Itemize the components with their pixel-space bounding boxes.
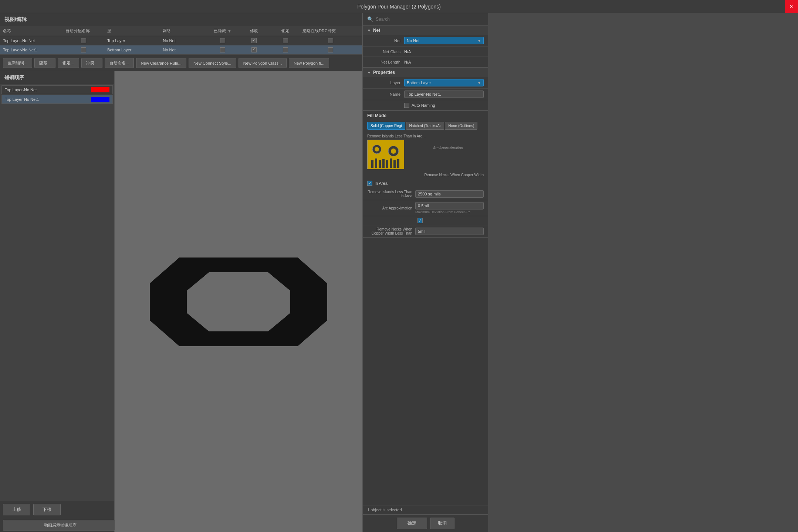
clearance-button[interactable]: New Clearance Rule... [136, 58, 186, 68]
arc-approx-group: 0.5mil Maximum Deviation From Perfect Ar… [415, 202, 484, 214]
conflict-button[interactable]: 冲突... [81, 58, 102, 68]
remove-islands-label: Remove Islands Less Than in Area [367, 190, 415, 198]
name-label: Name [367, 92, 404, 96]
row1-hidden-cb[interactable] [220, 38, 225, 43]
row1-lock[interactable] [271, 37, 300, 44]
repour-button[interactable]: 重新铺铜... [3, 58, 32, 68]
dropdown-arrow-icon: ▼ [477, 39, 481, 43]
fill-tab-solid[interactable]: Solid (Copper Regi [367, 122, 405, 130]
autoname-button[interactable]: 自动命名... [105, 58, 134, 68]
arc-approx-input[interactable]: 0.5mil [415, 202, 484, 209]
collapse-icon: ▼ [367, 71, 371, 75]
remove-necks-label: Remove Necks When Copper Width Less Than [367, 227, 415, 235]
arc-hint: Maximum Deviation From Perfect Arc [415, 209, 484, 214]
connect-button[interactable]: New Connect Style... [189, 58, 236, 68]
lock-button[interactable]: 锁定... [58, 58, 79, 68]
checkbox2[interactable]: ✓ [417, 218, 423, 223]
row2-lock-cb[interactable] [283, 47, 288, 52]
table-row[interactable]: Top Layer-No Net1 Bottom Layer No Net [0, 45, 362, 55]
row1-name: Top Layer-No Net [0, 38, 62, 44]
row2-lock[interactable] [271, 47, 300, 53]
row1-ignore[interactable] [300, 37, 362, 44]
row2-ignore[interactable] [300, 47, 362, 53]
hide-button[interactable]: 隐藏... [34, 58, 55, 68]
checkbox2-row: ✓ [363, 216, 488, 225]
col-header-ignore: 忽略在线DRC冲突 [300, 27, 362, 34]
col-header-hidden: 已隐藏 ▼ [209, 27, 237, 34]
row2-auto-cb[interactable] [81, 47, 86, 52]
arc-label: Arc Approximation [429, 145, 467, 150]
svg-point-7 [391, 149, 396, 154]
row2-hidden-cb[interactable] [220, 47, 225, 52]
svg-rect-12 [386, 160, 388, 168]
canvas-area [115, 71, 362, 532]
row1-lock-cb[interactable] [283, 38, 288, 43]
layer-dropdown[interactable]: Bottom Layer ▼ [404, 79, 484, 86]
net-class-value: N/A [404, 50, 484, 54]
auto-naming-checkbox[interactable] [404, 103, 409, 108]
left-content: 铺铜顺序 Top Layer-No Net Top Layer-No Net1 … [0, 71, 362, 532]
remove-islands-row: Remove Islands Less Than in Area 2500 sq… [363, 188, 488, 200]
search-bar: 🔍 [363, 13, 488, 25]
name-input[interactable]: Top Layer-No Net1 [404, 91, 484, 98]
row1-modify-cb[interactable] [251, 38, 257, 43]
net-dropdown[interactable]: No Net ▼ [404, 37, 484, 44]
move-down-button[interactable]: 下移 [33, 504, 61, 515]
preview-solid [367, 140, 404, 169]
net-class-row: Net Class N/A [363, 47, 488, 57]
fill-tab-none[interactable]: None (Outlines) [445, 122, 477, 130]
fill-tab-hatched[interactable]: Hatched (Tracks/Ar [406, 122, 444, 130]
pour-buttons: 上移 下移 [0, 501, 114, 518]
row2-ignore-cb[interactable] [328, 47, 333, 52]
row1-hidden[interactable] [209, 37, 237, 44]
row2-name: Top Layer-No Net1 [0, 47, 62, 53]
col-header-layer: 层 [104, 27, 160, 34]
pcb-canvas [142, 235, 335, 368]
row1-auto-cb[interactable] [81, 38, 86, 43]
layer-row: Layer Bottom Layer ▼ [363, 77, 488, 89]
net-section-header[interactable]: ▼ Net [363, 25, 488, 35]
polyclass-button[interactable]: New Polygon Class... [239, 58, 287, 68]
row1-net: No Net [160, 38, 209, 44]
svg-rect-14 [393, 160, 396, 168]
name-row: Name Top Layer-No Net1 [363, 89, 488, 100]
pour-item[interactable]: Top Layer-No Net1 [1, 95, 113, 104]
svg-rect-15 [397, 159, 399, 168]
search-icon: 🔍 [367, 16, 373, 22]
animate-button[interactable]: 动画展示铺铜顺序 [3, 520, 117, 531]
row2-auto [62, 47, 104, 53]
row1-modify[interactable] [237, 37, 271, 44]
svg-marker-2 [187, 272, 290, 331]
preview-area: Remove Islands Less Than in Are... [363, 131, 488, 172]
row2-modify[interactable] [237, 47, 271, 53]
net-length-row: Net Length N/A [363, 57, 488, 67]
table-header: 名称 自动分配名称 层 网络 已隐藏 ▼ 修改 [0, 26, 362, 36]
properties-section-header[interactable]: ▼ Properties [363, 68, 488, 77]
net-row: Net No Net ▼ [363, 35, 488, 47]
close-button[interactable]: × [785, 0, 798, 13]
arc-approx-row: Arc Approximation 0.5mil Maximum Deviati… [363, 200, 488, 216]
action-buttons: 重新铺铜... 隐藏... 锁定... 冲突... 自动命名... New Cl… [0, 55, 362, 71]
svg-rect-11 [382, 159, 385, 168]
cancel-button[interactable]: 取消 [430, 518, 454, 529]
fill-mode-section: Fill Mode Solid (Copper Regi Hatched (Tr… [363, 111, 488, 238]
pour-order-list: Top Layer-No Net Top Layer-No Net1 [0, 84, 114, 501]
table-row[interactable]: Top Layer-No Net Top Layer No Net [0, 36, 362, 45]
preview-left: Remove Islands Less Than in Are... [367, 134, 426, 169]
ok-button[interactable]: 确定 [397, 518, 427, 529]
search-input[interactable] [376, 17, 484, 22]
polyfr-button[interactable]: New Polygon fr... [289, 58, 329, 68]
remove-islands-input[interactable]: 2500 sq.mils [415, 190, 484, 198]
svg-rect-8 [371, 160, 373, 168]
dropdown-arrow-icon: ▼ [477, 81, 481, 85]
pour-item[interactable]: Top Layer-No Net [1, 85, 113, 94]
row1-ignore-cb[interactable] [328, 38, 333, 43]
collapse-icon: ▼ [367, 28, 371, 33]
remove-necks-input[interactable]: 5mil [415, 228, 484, 235]
row2-hidden[interactable] [209, 47, 237, 53]
net-length-value: N/A [404, 60, 484, 64]
left-panel: 视图/编辑 名称 自动分配名称 层 网络 已隐藏 ▼ [0, 13, 362, 532]
row2-modify-cb[interactable] [251, 47, 257, 52]
in-area-checkbox[interactable]: ✓ [367, 181, 372, 186]
move-up-button[interactable]: 上移 [3, 504, 30, 515]
